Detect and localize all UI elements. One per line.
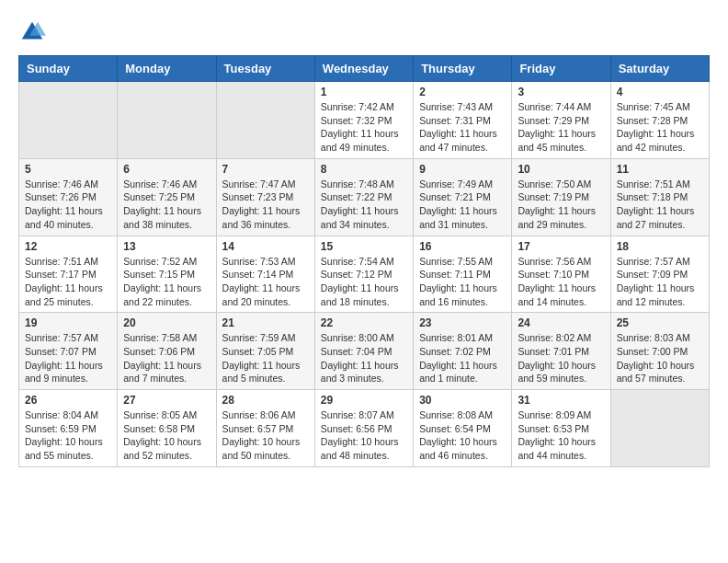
calendar-day-cell — [610, 390, 709, 467]
day-info: Daylight: 11 hours and 16 minutes. — [419, 282, 506, 308]
day-info: Sunrise: 8:09 AM — [518, 408, 604, 422]
calendar-day-cell: 30Sunrise: 8:08 AMSunset: 6:54 PMDayligh… — [414, 390, 512, 467]
day-info: Daylight: 10 hours and 57 minutes. — [617, 359, 703, 385]
day-info: Sunset: 7:29 PM — [518, 114, 604, 128]
calendar-weekday-header: Wednesday — [314, 56, 413, 82]
day-info: Sunset: 6:53 PM — [518, 422, 604, 436]
day-info: Sunset: 7:10 PM — [518, 268, 604, 282]
calendar-day-cell: 5Sunrise: 7:46 AMSunset: 7:26 PMDaylight… — [19, 158, 118, 236]
calendar-header-row: SundayMondayTuesdayWednesdayThursdayFrid… — [19, 56, 710, 82]
day-info: Sunrise: 8:04 AM — [25, 408, 111, 422]
day-info: Sunset: 7:23 PM — [222, 190, 309, 204]
day-info: Sunrise: 8:03 AM — [617, 331, 703, 345]
day-number: 16 — [419, 240, 506, 253]
day-number: 27 — [123, 394, 210, 407]
day-number: 13 — [123, 240, 210, 253]
day-info: Sunrise: 7:43 AM — [419, 100, 506, 114]
day-info: Sunrise: 8:02 AM — [518, 331, 604, 345]
day-info: Sunrise: 7:56 AM — [518, 255, 604, 269]
calendar-day-cell: 18Sunrise: 7:57 AMSunset: 7:09 PMDayligh… — [610, 236, 709, 313]
day-info: Daylight: 11 hours and 40 minutes. — [25, 204, 111, 231]
day-info: Sunset: 7:18 PM — [617, 190, 703, 204]
day-number: 12 — [25, 240, 111, 253]
day-info: Daylight: 11 hours and 5 minutes. — [222, 359, 309, 385]
calendar-day-cell: 4Sunrise: 7:45 AMSunset: 7:28 PMDaylight… — [610, 82, 709, 159]
day-number: 10 — [518, 163, 604, 176]
day-number: 22 — [321, 316, 407, 329]
calendar-week-row: 12Sunrise: 7:51 AMSunset: 7:17 PMDayligh… — [19, 236, 710, 313]
day-number: 24 — [518, 316, 604, 329]
day-info: Sunset: 7:00 PM — [617, 345, 703, 359]
day-info: Daylight: 11 hours and 45 minutes. — [518, 127, 604, 154]
day-info: Daylight: 11 hours and 25 minutes. — [25, 282, 111, 308]
day-number: 2 — [419, 86, 506, 98]
calendar-day-cell: 8Sunrise: 7:48 AMSunset: 7:22 PMDaylight… — [314, 158, 413, 236]
calendar-day-cell — [19, 82, 118, 159]
day-info: Sunset: 7:04 PM — [321, 345, 407, 359]
day-info: Sunrise: 7:50 AM — [518, 178, 604, 191]
day-number: 19 — [25, 316, 111, 329]
day-info: Sunset: 7:02 PM — [419, 345, 506, 359]
day-info: Sunset: 7:26 PM — [25, 190, 111, 204]
day-info: Daylight: 11 hours and 42 minutes. — [617, 127, 703, 154]
day-number: 1 — [321, 86, 407, 98]
day-info: Sunset: 7:22 PM — [321, 190, 407, 204]
logo — [18, 18, 50, 46]
calendar-week-row: 19Sunrise: 7:57 AMSunset: 7:07 PMDayligh… — [19, 313, 710, 390]
day-info: Sunset: 7:01 PM — [518, 345, 604, 359]
calendar-day-cell: 29Sunrise: 8:07 AMSunset: 6:56 PMDayligh… — [314, 390, 413, 467]
day-info: Sunset: 7:07 PM — [25, 345, 111, 359]
day-number: 31 — [518, 394, 604, 407]
day-info: Daylight: 11 hours and 27 minutes. — [617, 204, 703, 231]
day-number: 15 — [321, 240, 407, 253]
day-info: Sunset: 6:58 PM — [123, 422, 210, 436]
day-number: 11 — [617, 163, 703, 176]
calendar-day-cell: 24Sunrise: 8:02 AMSunset: 7:01 PMDayligh… — [512, 313, 610, 390]
day-number: 25 — [617, 316, 703, 329]
day-number: 18 — [617, 240, 703, 253]
day-info: Daylight: 11 hours and 14 minutes. — [518, 282, 604, 308]
day-info: Sunrise: 7:49 AM — [419, 178, 506, 191]
calendar-day-cell: 17Sunrise: 7:56 AMSunset: 7:10 PMDayligh… — [512, 236, 610, 313]
day-info: Daylight: 11 hours and 29 minutes. — [518, 204, 604, 231]
day-info: Sunrise: 8:06 AM — [222, 408, 309, 422]
calendar-week-row: 1Sunrise: 7:42 AMSunset: 7:32 PMDaylight… — [19, 82, 710, 159]
calendar-weekday-header: Sunday — [19, 56, 118, 82]
day-info: Daylight: 11 hours and 18 minutes. — [321, 282, 407, 308]
calendar-day-cell: 3Sunrise: 7:44 AMSunset: 7:29 PMDaylight… — [512, 82, 610, 159]
day-info: Sunrise: 7:57 AM — [25, 331, 111, 345]
day-info: Sunset: 7:12 PM — [321, 268, 407, 282]
day-info: Daylight: 11 hours and 34 minutes. — [321, 204, 407, 231]
day-number: 20 — [123, 316, 210, 329]
day-number: 14 — [222, 240, 309, 253]
day-info: Daylight: 10 hours and 46 minutes. — [419, 435, 506, 462]
calendar-week-row: 5Sunrise: 7:46 AMSunset: 7:26 PMDaylight… — [19, 158, 710, 236]
day-info: Sunset: 6:57 PM — [222, 422, 309, 436]
day-info: Sunrise: 8:07 AM — [321, 408, 407, 422]
day-number: 4 — [617, 86, 703, 98]
calendar-day-cell: 23Sunrise: 8:01 AMSunset: 7:02 PMDayligh… — [414, 313, 512, 390]
day-info: Sunrise: 7:46 AM — [123, 178, 210, 191]
day-info: Sunset: 7:21 PM — [419, 190, 506, 204]
calendar-day-cell: 26Sunrise: 8:04 AMSunset: 6:59 PMDayligh… — [19, 390, 118, 467]
calendar-day-cell: 16Sunrise: 7:55 AMSunset: 7:11 PMDayligh… — [414, 236, 512, 313]
day-info: Sunrise: 7:44 AM — [518, 100, 604, 114]
day-info: Daylight: 10 hours and 50 minutes. — [222, 435, 309, 462]
day-number: 29 — [321, 394, 407, 407]
calendar-day-cell: 28Sunrise: 8:06 AMSunset: 6:57 PMDayligh… — [216, 390, 314, 467]
day-info: Sunrise: 7:47 AM — [222, 178, 309, 191]
day-info: Sunrise: 7:46 AM — [25, 178, 111, 191]
calendar-table: SundayMondayTuesdayWednesdayThursdayFrid… — [18, 55, 710, 467]
day-info: Daylight: 10 hours and 52 minutes. — [123, 435, 210, 462]
day-number: 3 — [518, 86, 604, 98]
calendar-weekday-header: Monday — [118, 56, 216, 82]
day-info: Sunrise: 7:53 AM — [222, 255, 309, 269]
day-info: Sunset: 7:09 PM — [617, 268, 703, 282]
day-info: Sunset: 7:05 PM — [222, 345, 309, 359]
day-info: Daylight: 11 hours and 7 minutes. — [123, 359, 210, 385]
calendar-weekday-header: Friday — [512, 56, 610, 82]
day-info: Sunset: 7:15 PM — [123, 268, 210, 282]
day-info: Sunrise: 7:58 AM — [123, 331, 210, 345]
day-info: Sunrise: 7:59 AM — [222, 331, 309, 345]
day-number: 5 — [25, 163, 111, 176]
